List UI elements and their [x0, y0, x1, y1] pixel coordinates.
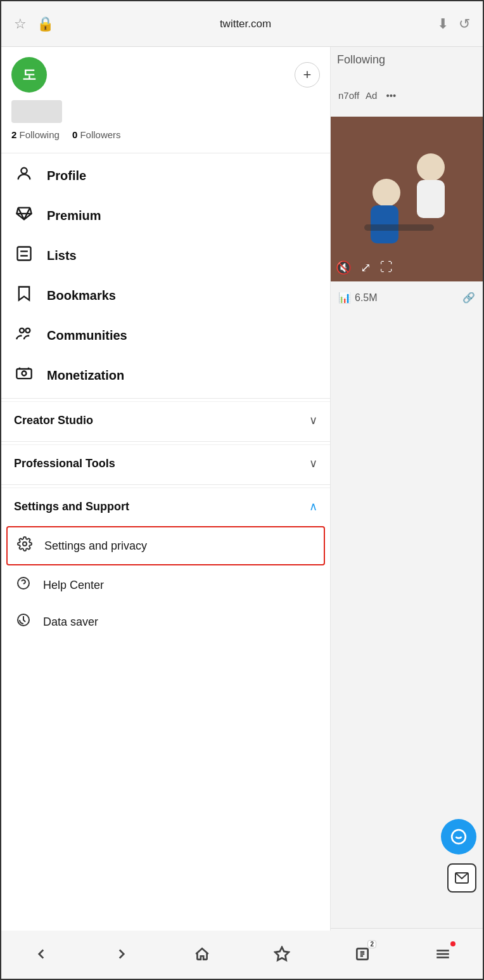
svg-marker-22 [275, 947, 289, 960]
divider-3 [1, 441, 330, 442]
svg-rect-9 [16, 369, 31, 378]
follow-stats: 2 Following 0 Followers [11, 129, 320, 140]
bookmarks-label: Bookmarks [47, 288, 116, 303]
settings-support-chevron: ∧ [309, 500, 317, 513]
professional-tools-chevron: ∨ [309, 456, 317, 470]
main-container: 도 + 2 Following 0 Followers [1, 47, 483, 931]
svg-point-16 [417, 153, 445, 181]
svg-rect-20 [364, 224, 434, 231]
professional-tools-section[interactable]: Professional Tools ∨ [1, 444, 330, 482]
svg-rect-17 [417, 180, 445, 218]
svg-point-7 [20, 328, 24, 333]
help-center-label: Help Center [43, 579, 104, 592]
following-label: Following [337, 53, 385, 67]
reload-icon[interactable]: ↺ [459, 16, 470, 32]
account-name-placeholder [11, 100, 62, 123]
help-center-icon [14, 576, 33, 595]
expand-icon[interactable]: ⛶ [380, 260, 393, 275]
star-icon[interactable]: ☆ [14, 16, 27, 32]
svg-point-11 [23, 542, 27, 546]
browser-left-icons: ☆ 🔒 [14, 16, 54, 32]
menu-notification-dot [450, 941, 455, 946]
communities-icon [14, 325, 34, 347]
ad-bar: n7off Ad ••• [331, 85, 483, 106]
browser-bar: ☆ 🔒 twitter.com ⬇ ↺ [1, 1, 483, 47]
svg-point-8 [25, 328, 30, 333]
data-saver-item[interactable]: Data saver [1, 603, 330, 640]
settings-privacy-icon [15, 536, 34, 555]
profile-icon [14, 165, 34, 187]
monetization-icon [14, 364, 34, 387]
premium-label: Premium [47, 209, 101, 223]
fab-button[interactable] [441, 819, 476, 854]
nav-item-communities[interactable]: Communities [1, 316, 330, 356]
nav-bookmark[interactable] [267, 939, 297, 969]
share-icon[interactable]: 🔗 [462, 292, 475, 304]
fullscreen-icon[interactable]: ⤢ [360, 260, 371, 275]
nav-item-premium[interactable]: Premium [1, 196, 330, 236]
video-area: 🔇 ⤢ ⛶ [331, 117, 483, 281]
video-thumbnail [331, 117, 483, 281]
mute-icon[interactable]: 🔇 [336, 260, 352, 275]
ad-user: n7off [338, 90, 359, 101]
lock-icon: 🔒 [37, 16, 54, 32]
right-panel: Following n7off Ad ••• 🔇 ⤢ [331, 47, 483, 931]
help-center-item[interactable]: Help Center [1, 567, 330, 603]
data-saver-icon [14, 612, 33, 631]
followers-stat[interactable]: 0 Followers [72, 129, 121, 140]
stats-count: 📊 6.5M [338, 292, 378, 304]
premium-icon [14, 205, 34, 227]
communities-label: Communities [47, 328, 127, 343]
svg-rect-15 [331, 117, 483, 281]
bar-chart-icon: 📊 [338, 292, 351, 304]
settings-support-label: Settings and Support [14, 500, 129, 513]
nav-tabs[interactable]: 2 [347, 939, 378, 969]
bottom-nav: 2 [1, 928, 483, 979]
stats-number: 6.5M [355, 292, 378, 304]
settings-privacy-label: Settings and privacy [44, 539, 147, 553]
avatar[interactable]: 도 [11, 57, 47, 93]
download-icon[interactable]: ⬇ [437, 16, 449, 32]
mail-icon-area[interactable] [447, 863, 476, 893]
svg-point-0 [21, 168, 27, 174]
nav-home[interactable] [187, 939, 217, 969]
divider-4 [1, 484, 330, 485]
settings-support-section[interactable]: Settings and Support ∧ [1, 487, 330, 525]
nav-item-profile[interactable]: Profile [1, 156, 330, 196]
settings-privacy-item[interactable]: Settings and privacy [6, 526, 325, 565]
profile-label: Profile [47, 169, 86, 183]
nav-item-monetization[interactable]: Monetization [1, 356, 330, 396]
following-stat[interactable]: 2 Following [11, 129, 60, 140]
lists-icon [14, 245, 34, 267]
browser-right-icons: ⬇ ↺ [437, 16, 470, 32]
nav-forward[interactable] [106, 939, 137, 969]
svg-point-18 [373, 179, 400, 207]
divider-1 [1, 153, 330, 153]
ad-more-icon[interactable]: ••• [386, 90, 396, 101]
sidebar-header: 도 + 2 Following 0 Followers [1, 47, 330, 150]
bookmarks-icon [14, 285, 34, 307]
svg-point-10 [22, 371, 27, 376]
divider-2 [1, 398, 330, 399]
sidebar-drawer: 도 + 2 Following 0 Followers [1, 47, 331, 931]
add-account-button[interactable]: + [295, 62, 320, 87]
monetization-label: Monetization [47, 368, 124, 383]
data-saver-label: Data saver [43, 616, 98, 629]
ad-label: Ad [366, 90, 377, 101]
nav-back[interactable] [26, 939, 56, 969]
stats-bar: 📊 6.5M 🔗 [331, 288, 483, 307]
creator-studio-section[interactable]: Creator Studio ∨ [1, 401, 330, 439]
url-bar[interactable]: twitter.com [220, 18, 271, 30]
video-controls: 🔇 ⤢ ⛶ [336, 260, 393, 275]
professional-tools-label: Professional Tools [14, 457, 115, 470]
avatar-row: 도 + [11, 57, 320, 93]
svg-rect-4 [18, 247, 31, 261]
nav-item-lists[interactable]: Lists [1, 236, 330, 276]
tabs-badge: 2 [367, 940, 376, 948]
creator-studio-chevron: ∨ [309, 413, 317, 427]
creator-studio-label: Creator Studio [14, 414, 93, 427]
nav-item-bookmarks[interactable]: Bookmarks [1, 276, 330, 316]
lists-label: Lists [47, 248, 77, 263]
nav-menu[interactable] [428, 939, 458, 969]
